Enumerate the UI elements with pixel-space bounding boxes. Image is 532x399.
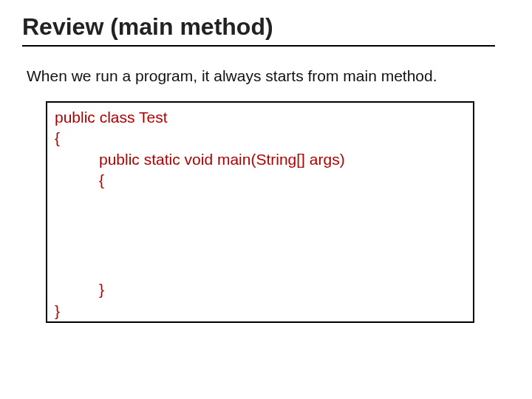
code-blank-space [55,191,466,279]
slide-title: Review (main method) [22,13,495,47]
code-box: public class Test { public static void m… [46,101,474,323]
code-line-class-close: } [55,301,466,321]
slide: Review (main method) When we run a progr… [0,0,532,399]
intro-text: When we run a program, it always starts … [27,67,510,85]
code-line-class: public class Test [55,107,466,128]
code-line-main-close: } [55,279,466,300]
code-line-open-brace: { [55,128,466,149]
code-line-main-open: { [55,170,466,191]
code-line-main-sig: public static void main(String[] args) [55,149,466,170]
